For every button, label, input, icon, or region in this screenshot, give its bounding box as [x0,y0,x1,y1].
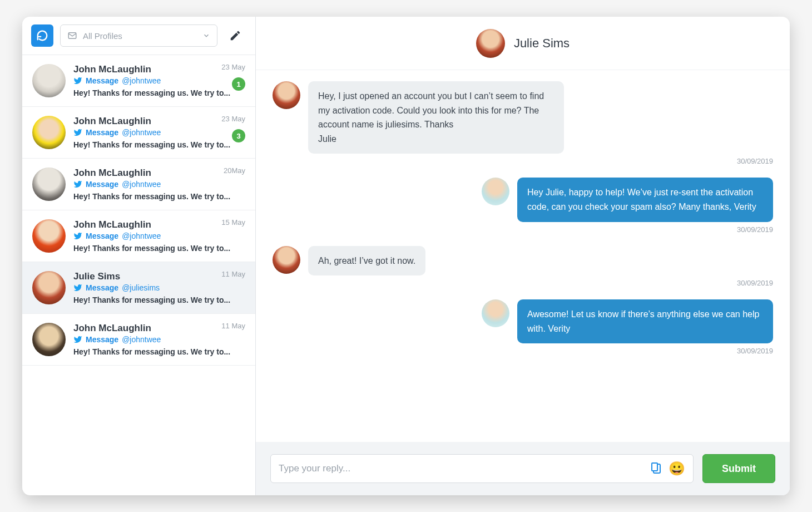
conversation-source: Message@johntwee [73,76,245,85]
refresh-icon [36,29,48,42]
envelope-icon [67,31,77,41]
message-avatar [273,81,300,109]
conversation-snippet: Hey! Thanks for messaging us. We try to.… [73,88,245,97]
conversation-body: John McLaughlinMessage@johntweeHey! Than… [73,64,245,97]
source-label: Message [86,180,118,189]
conversation-snippet: Hey! Thanks for messaging us. We try to.… [73,296,245,304]
twitter-icon [73,180,82,189]
message-row: Hey, I just opened an account you but I … [273,81,773,154]
chat-header: Julie Sims [256,17,790,70]
refresh-button[interactable] [31,24,53,47]
emoji-icon: 😀 [669,461,685,476]
message-avatar [273,246,300,274]
conversation-avatar [32,116,66,149]
conversation-body: Julie SimsMessage@juliesimsHey! Thanks f… [73,271,245,304]
conversation-item[interactable]: John McLaughlinMessage@johntweeHey! Than… [22,210,255,262]
composer: Type your reply... 😀 Submit [256,442,790,495]
chat-title: Julie Sims [514,36,570,51]
conversation-date: 11 May [221,322,245,330]
conversation-avatar [32,64,66,97]
conversation-list: John McLaughlinMessage@johntweeHey! Than… [22,55,255,495]
conversation-item[interactable]: John McLaughlinMessage@johntweeHey! Than… [22,55,255,107]
message-timestamp: 30/09/2019 [273,157,773,165]
submit-button[interactable]: Submit [702,454,775,483]
source-label: Message [86,128,118,137]
source-label: Message [86,232,118,240]
message-timestamp: 30/09/2019 [273,225,773,234]
source-label: Message [86,76,118,85]
source-handle: @juliesims [122,283,160,292]
message-bubble: Hey, I just opened an account you but I … [308,81,564,154]
conversation-source: Message@johntwee [73,335,245,344]
message-timestamp: 30/09/2019 [273,279,773,287]
chat-body: Hey, I just opened an account you but I … [256,70,790,442]
chat-panel: Julie Sims Hey, I just opened an account… [256,17,790,495]
conversation-date: 23 May [221,115,245,123]
conversation-snippet: Hey! Thanks for messaging us. We try to.… [73,347,245,356]
conversation-snippet: Hey! Thanks for messaging us. We try to.… [73,192,245,201]
message-bubble: Ah, great! I’ve got it now. [308,246,425,276]
submit-label: Submit [722,463,756,475]
source-handle: @johntwee [122,76,161,85]
message-row: Awesome! Let us know if there’s anything… [273,299,773,343]
svg-rect-2 [652,463,657,471]
conversation-avatar [32,168,66,201]
compose-actions: 😀 [650,461,685,476]
message-row: Hey Julie, happy to help! We’ve just re-… [273,178,773,221]
conversation-date: 11 May [221,270,245,278]
app-window: All Profiles John McLaughlinMessage@john… [22,17,790,495]
reply-placeholder: Type your reply... [279,463,650,474]
profile-selector-label: All Profiles [83,31,122,41]
profile-selector[interactable]: All Profiles [60,24,217,47]
conversation-body: John McLaughlinMessage@johntweeHey! Than… [73,116,245,149]
source-handle: @johntwee [122,232,161,240]
conversation-source: Message@johntwee [73,232,245,240]
conversation-body: John McLaughlinMessage@johntweeHey! Than… [73,219,245,253]
compose-button[interactable] [224,24,246,47]
conversation-date: 20May [224,166,245,175]
conversation-source: Message@johntwee [73,180,245,189]
pencil-icon [229,29,241,42]
message-timestamp: 30/09/2019 [273,347,773,355]
twitter-icon [73,76,82,85]
conversation-snippet: Hey! Thanks for messaging us. We try to.… [73,140,245,149]
message-bubble: Hey Julie, happy to help! We’ve just re-… [517,178,773,221]
conversation-source: Message@juliesims [73,283,245,292]
reply-input[interactable]: Type your reply... 😀 [270,454,694,483]
clipboard-button[interactable] [650,462,663,475]
twitter-icon [73,335,82,344]
conversation-item[interactable]: John McLaughlinMessage@johntweeHey! Than… [22,159,255,210]
conversation-date: 23 May [221,63,245,71]
conversation-date: 15 May [221,218,245,227]
chevron-down-icon [202,32,210,40]
emoji-button[interactable]: 😀 [669,461,685,476]
conversation-avatar [32,323,66,356]
clipboard-icon [650,462,663,475]
conversation-source: Message@johntwee [73,128,245,137]
conversation-name: John McLaughlin [73,168,245,179]
conversation-body: John McLaughlinMessage@johntweeHey! Than… [73,323,245,356]
source-handle: @johntwee [122,180,161,189]
conversation-item[interactable]: Julie SimsMessage@juliesimsHey! Thanks f… [22,262,255,314]
twitter-icon [73,232,82,240]
conversation-item[interactable]: John McLaughlinMessage@johntweeHey! Than… [22,107,255,159]
conversation-name: Julie Sims [73,271,245,282]
conversation-body: John McLaughlinMessage@johntweeHey! Than… [73,168,245,201]
sidebar: All Profiles John McLaughlinMessage@john… [22,17,256,495]
message-avatar [482,299,509,327]
conversation-name: John McLaughlin [73,64,245,75]
message-row: Ah, great! I’ve got it now. [273,246,773,276]
conversation-name: John McLaughlin [73,219,245,230]
source-label: Message [86,335,118,344]
sidebar-toolbar: All Profiles [22,17,255,55]
message-avatar [482,178,509,205]
message-bubble: Awesome! Let us know if there’s anything… [517,299,773,343]
conversation-snippet: Hey! Thanks for messaging us. We try to.… [73,244,245,253]
chat-header-avatar [476,29,505,58]
conversation-item[interactable]: John McLaughlinMessage@johntweeHey! Than… [22,314,255,366]
twitter-icon [73,128,82,137]
conversation-avatar [32,219,66,253]
unread-badge: 1 [232,77,245,91]
conversation-name: John McLaughlin [73,116,245,127]
source-label: Message [86,283,118,292]
